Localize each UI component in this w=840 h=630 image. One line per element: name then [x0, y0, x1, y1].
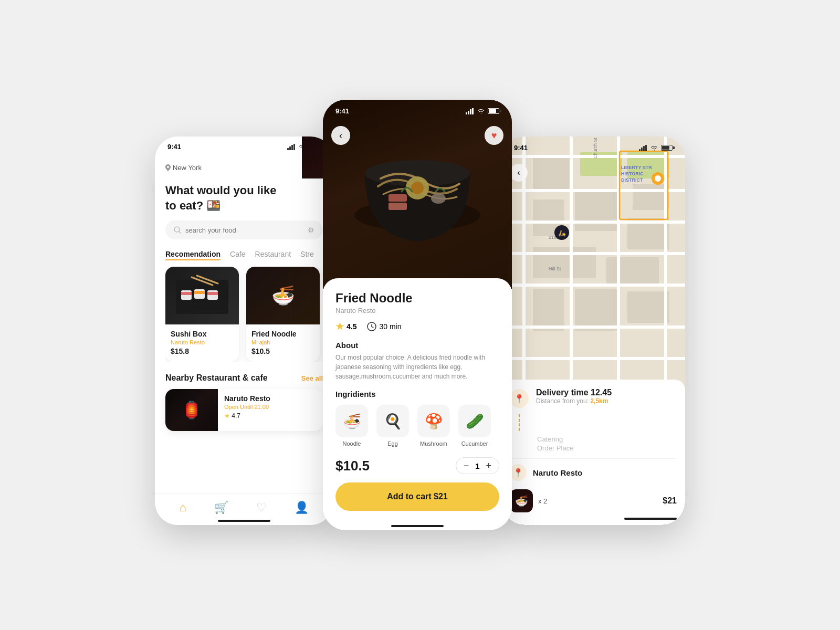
status-bar-detail: 9:41: [323, 100, 512, 118]
detail-food-name: Fried Noodle: [335, 291, 499, 306]
mushroom-img: 🍄: [417, 405, 450, 437]
restaurant-card-naruto[interactable]: 🏮 Naruto Resto Open Untill 21.00 ★ 4.7: [165, 389, 323, 431]
search-icon: [174, 226, 181, 234]
tab-street[interactable]: Stre: [300, 250, 314, 258]
signal-icon-map: [639, 145, 647, 151]
add-to-cart-button[interactable]: Add to cart $21: [335, 482, 499, 511]
svg-rect-15: [466, 112, 467, 114]
location-row: New York: [165, 158, 323, 177]
nav-profile-icon[interactable]: 👤: [295, 501, 309, 514]
phone-detail: 9:41: [323, 100, 512, 530]
sushi-name: Sushi Box: [171, 330, 234, 338]
svg-line-5: [179, 232, 181, 233]
stop-catering: Catering: [537, 435, 677, 443]
hero-overlay: [323, 100, 512, 289]
cucumber-img: 🥒: [458, 405, 491, 437]
svg-text:Hill St: Hill St: [549, 266, 561, 271]
quantity-control: − 1 +: [456, 457, 499, 474]
rating-value: 4.5: [346, 322, 356, 331]
time-value: 30 min: [379, 322, 401, 331]
svg-rect-47: [501, 189, 685, 192]
detail-favorite-button[interactable]: ♥: [485, 126, 503, 145]
nav-cart-icon[interactable]: 🛒: [214, 501, 228, 514]
status-bar-map: 9:41: [501, 136, 685, 155]
signal-icon: [287, 144, 296, 150]
battery-icon-detail: [488, 108, 499, 114]
nearby-section-header: Nearby Restaurant & cafe See all: [165, 373, 323, 383]
svg-rect-44: [575, 289, 617, 331]
tab-recomendation[interactable]: Recomendation: [165, 250, 220, 258]
restaurant-pin-icon: 📍: [510, 464, 527, 481]
order-item-row: 🍜 x 2 $21: [510, 485, 677, 512]
svg-rect-39: [575, 189, 617, 231]
tab-cafe[interactable]: Cafe: [230, 250, 246, 258]
ingredients-section: Ingridients 🍜 Noodle 🍳 Egg 🍄 Mushroom: [335, 390, 499, 447]
svg-rect-18: [472, 108, 474, 114]
detail-time: 30 min: [367, 322, 401, 331]
svg-point-68: [655, 175, 661, 182]
order-quantity: x 2: [538, 497, 547, 505]
nav-home-icon[interactable]: ⌂: [180, 501, 186, 514]
home-indicator-map: [624, 518, 677, 520]
svg-rect-45: [627, 291, 669, 323]
screen1-content: New York What would you liketo eat? 🍱 ⚙ …: [155, 158, 333, 431]
svg-rect-49: [501, 252, 685, 255]
tab-restaurant[interactable]: Restaurant: [255, 250, 291, 258]
see-all-button[interactable]: See all: [301, 374, 323, 382]
location-label: New York: [165, 164, 202, 172]
restaurant-order-name: Naruto Resto: [533, 468, 582, 477]
delivery-time-row: 📍 Delivery time 12.45 Distance from you:…: [510, 388, 677, 408]
svg-text:LIBERTY STR: LIBERTY STR: [621, 165, 652, 170]
noodle-card-info: Fried Noodle Mi ajah $10.5: [246, 324, 320, 362]
ingredient-mushroom: 🍄 Mushroom: [417, 405, 450, 447]
battery-icon-map: [661, 145, 673, 151]
distance-value: 2,5km: [590, 397, 608, 405]
phone-delivery: 9:41: [501, 136, 685, 525]
svg-rect-12: [207, 292, 218, 295]
svg-rect-8: [181, 292, 192, 295]
food-card-noodle[interactable]: 🍜 Fried Noodle Mi ajah $10.5: [246, 267, 320, 362]
status-time-detail: 9:41: [335, 107, 349, 115]
nearby-title: Nearby Restaurant & cafe: [165, 373, 268, 383]
map-back-button[interactable]: ‹: [510, 164, 528, 182]
hero-food-image: [323, 100, 512, 289]
about-title: About: [335, 341, 499, 350]
search-bar[interactable]: ⚙: [165, 220, 323, 239]
restaurant-rating: ★ 4.7: [224, 412, 270, 419]
detail-content: Fried Noodle Naruto Resto ★ 4.5 30 min: [323, 278, 512, 519]
svg-rect-54: [570, 136, 573, 388]
sushi-illustration: [171, 269, 234, 322]
ingredient-cucumber: 🥒 Cucumber: [458, 405, 491, 447]
search-input[interactable]: [185, 226, 303, 234]
noodle-name: Fried Noodle: [251, 330, 314, 338]
qty-increase-button[interactable]: +: [486, 461, 491, 470]
qty-decrease-button[interactable]: −: [464, 461, 469, 470]
ingredients-title: Ingridients: [335, 390, 499, 398]
price-qty-row: $10.5 − 1 +: [335, 457, 499, 474]
svg-rect-0: [287, 148, 289, 150]
sushi-card-image: [165, 267, 239, 324]
status-time-map: 9:41: [514, 144, 528, 152]
svg-text:HISTORIC: HISTORIC: [621, 171, 644, 176]
status-icons-map: [639, 145, 673, 151]
map-svg: LIBERTY STR HISTORIC DISTRICT Church St …: [501, 136, 685, 388]
filter-icon[interactable]: ⚙: [308, 226, 314, 234]
sushi-card-info: Sushi Box Naruto Resto $15.8: [165, 324, 239, 362]
svg-rect-30: [641, 148, 643, 151]
delivery-route-line: [519, 414, 520, 431]
svg-rect-43: [533, 289, 564, 331]
noodle-img: 🍜: [335, 405, 368, 437]
detail-back-button[interactable]: ‹: [331, 126, 350, 145]
map-container: 9:41: [501, 136, 685, 388]
svg-rect-51: [501, 326, 685, 329]
location-pin-icon: [165, 164, 171, 171]
sushi-price: $15.8: [171, 347, 234, 355]
food-card-sushi[interactable]: Sushi Box Naruto Resto $15.8: [165, 267, 239, 362]
egg-img: 🍳: [376, 405, 409, 437]
svg-rect-2: [291, 145, 293, 150]
status-icons-detail: [466, 108, 499, 114]
svg-rect-10: [194, 291, 205, 294]
scene: 9:41: [0, 0, 840, 630]
wifi-icon-detail: [477, 108, 485, 114]
nav-heart-icon[interactable]: ♡: [256, 501, 267, 514]
